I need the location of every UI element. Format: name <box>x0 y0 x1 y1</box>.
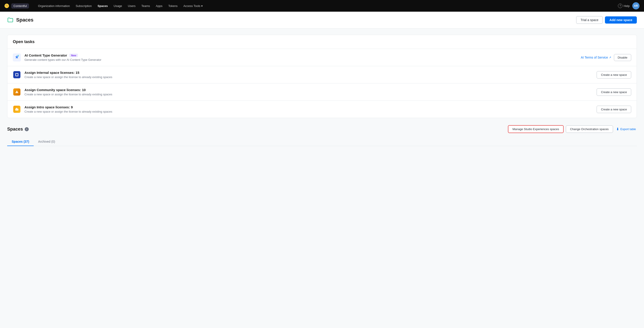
user-avatar[interactable]: AR <box>632 2 640 9</box>
internal-space-icon <box>13 71 21 79</box>
ai-content-type-icon <box>13 53 21 61</box>
external-link-icon: ↗ <box>609 56 611 59</box>
add-new-space-button[interactable]: Add new space <box>605 16 637 23</box>
spaces-actions: Manage Studio Experiences spaces Change … <box>508 125 637 133</box>
task-info-ai: AI Content Type Generator New Generate c… <box>24 53 577 61</box>
export-table-button[interactable]: ⬇ Export table <box>615 125 637 133</box>
logo-label[interactable]: Contentful <box>11 3 29 8</box>
manage-studio-button[interactable]: Manage Studio Experiences spaces <box>508 125 564 133</box>
internal-task-title: Assign Internal space licenses: 15 <box>24 71 79 74</box>
disable-button[interactable]: Disable <box>614 54 631 61</box>
question-icon: ? <box>618 3 622 8</box>
nav-usage[interactable]: Usage <box>111 3 125 9</box>
svg-rect-8 <box>16 108 17 109</box>
create-space-internal-button[interactable]: Create a new space <box>596 71 631 78</box>
content-body: Open tasks AI Content Type Generator New… <box>0 28 644 157</box>
task-row-community: Assign Community space licenses: 10 Crea… <box>8 83 636 101</box>
change-orchestration-button[interactable]: Change Orchestration spaces <box>566 125 613 133</box>
page-title-area: Spaces <box>7 17 34 23</box>
intro-space-icon <box>13 105 21 113</box>
new-badge: New <box>70 54 78 57</box>
task-row-intro: Assign Intro space licenses: 9 Create a … <box>8 101 636 118</box>
topbar: Contentful Organization information Subs… <box>0 0 644 12</box>
nav-access-tools[interactable]: Access Tools ▾ <box>181 3 206 9</box>
nav-org-info[interactable]: Organization information <box>35 3 72 9</box>
task-info-community: Assign Community space licenses: 10 Crea… <box>24 88 593 96</box>
chevron-down-icon: ▾ <box>201 4 203 8</box>
nav-tokens[interactable]: Tokens <box>166 3 180 9</box>
task-info-internal: Assign Internal space licenses: 15 Creat… <box>24 71 593 79</box>
spaces-section-title-area: Spaces i <box>7 127 29 132</box>
nav-spaces[interactable]: Spaces <box>95 3 110 9</box>
intro-task-desc: Create a new space or assign the license… <box>24 110 593 113</box>
task-info-intro: Assign Intro space licenses: 9 Create a … <box>24 105 593 113</box>
nav-apps[interactable]: Apps <box>153 3 165 9</box>
tab-archived[interactable]: Archived (0) <box>34 138 60 146</box>
svg-marker-6 <box>15 90 18 93</box>
intro-task-actions: Create a new space <box>596 106 631 113</box>
info-icon[interactable]: i <box>25 127 29 131</box>
logo-area: Contentful <box>4 3 29 8</box>
create-space-community-button[interactable]: Create a new space <box>596 88 631 96</box>
contentful-logo-icon[interactable] <box>4 3 9 8</box>
task-row-ai: AI Content Type Generator New Generate c… <box>8 49 636 66</box>
download-icon: ⬇ <box>616 127 619 131</box>
intro-task-title: Assign Intro space licenses: 9 <box>24 105 73 109</box>
task-row-internal: Assign Internal space licenses: 15 Creat… <box>8 66 636 83</box>
nav-users[interactable]: Users <box>125 3 138 9</box>
topbar-right: ? Help AR <box>618 2 640 9</box>
community-task-actions: Create a new space <box>596 88 631 96</box>
header-actions: Trial a space Add new space <box>576 16 637 24</box>
community-task-title: Assign Community space licenses: 10 <box>24 88 86 92</box>
tab-spaces[interactable]: Spaces (37) <box>7 138 34 146</box>
ai-task-title: AI Content Type Generator <box>24 53 67 57</box>
community-task-desc: Create a new space or assign the license… <box>24 93 593 96</box>
ai-task-desc: Generate content types with our AI Conte… <box>24 58 577 61</box>
page-title: Spaces <box>16 17 34 23</box>
spaces-section-label: Spaces <box>7 127 23 132</box>
create-space-intro-button[interactable]: Create a new space <box>596 106 631 113</box>
svg-rect-5 <box>16 74 18 76</box>
spaces-section-header: Spaces i Manage Studio Experiences space… <box>7 125 637 133</box>
internal-task-desc: Create a new space or assign the license… <box>24 75 593 79</box>
main-nav: Organization information Subscription Sp… <box>35 3 615 9</box>
ai-task-actions: AI Terms of Service ↗ Disable <box>581 54 631 61</box>
nav-teams[interactable]: Teams <box>139 3 153 9</box>
internal-task-actions: Create a new space <box>596 71 631 78</box>
open-tasks-title: Open tasks <box>8 35 636 49</box>
nav-subscription[interactable]: Subscription <box>73 3 94 9</box>
spaces-folder-icon <box>7 17 14 23</box>
community-space-icon <box>13 88 21 96</box>
svg-rect-7 <box>15 109 18 111</box>
page-header: Spaces Trial a space Add new space <box>0 12 644 28</box>
trial-space-button[interactable]: Trial a space <box>576 16 603 24</box>
ai-terms-link[interactable]: AI Terms of Service ↗ <box>581 56 611 59</box>
svg-point-1 <box>6 5 6 6</box>
spaces-tabs: Spaces (37) Archived (0) <box>7 138 637 146</box>
svg-point-0 <box>4 3 9 8</box>
help-button[interactable]: ? Help <box>618 3 630 8</box>
open-tasks-card: Open tasks AI Content Type Generator New… <box>7 35 637 118</box>
